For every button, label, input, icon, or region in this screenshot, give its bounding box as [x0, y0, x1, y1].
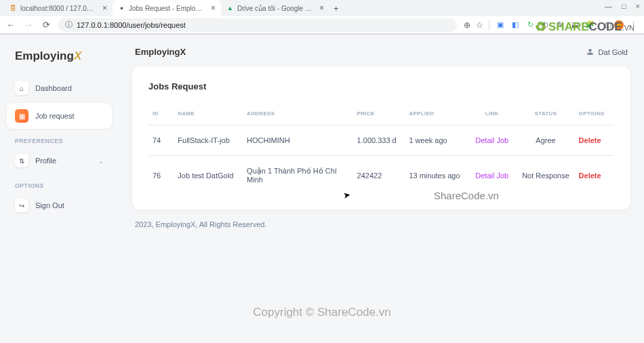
browser-tab-0[interactable]: 🗄 localhost:8000 / 127.0.0.1 / reci × [4, 0, 113, 16]
briefcase-icon: ▦ [15, 109, 28, 123]
cell-id: 76 [148, 156, 174, 195]
maximize-icon[interactable]: □ [622, 2, 626, 10]
table-row: 76 Job test DatGold Quận 1 Thành Phố Hồ … [148, 156, 614, 195]
ext-icon-2[interactable]: ◧ [510, 20, 521, 31]
tab-favicon-icon: 🗄 [9, 4, 17, 12]
table-header-row: ID NAME ADDRESS PRICE APPLIED LINK STATU… [148, 105, 614, 125]
recycle-icon: ♻ [535, 19, 546, 35]
watermark-top: ♻ SHARECODE.VN [535, 19, 635, 35]
jobs-card: Jobs Request ID NAME ADDRESS PRICE APPLI… [132, 66, 630, 209]
user-info[interactable]: Dat Gold [586, 47, 628, 56]
cell-address: HOCHIMINH [243, 125, 353, 156]
tab-label: Drive của tôi - Google Drive [237, 5, 312, 12]
tab-bar: 🗄 localhost:8000 / 127.0.0.1 / reci × ● … [0, 0, 644, 16]
sidebar-item-label: Profile [35, 157, 56, 165]
cell-name: Job test DatGold [174, 156, 243, 195]
footer-text: 2023, EmployingX, All Rights Reserved. [132, 209, 630, 239]
detail-link[interactable]: Detail Job [475, 172, 508, 180]
ext-icon-1[interactable]: ▣ [495, 20, 506, 31]
user-name: Dat Gold [599, 48, 628, 56]
close-icon[interactable]: × [211, 3, 216, 13]
sliders-icon: ⇅ [15, 154, 28, 167]
cell-applied: 13 minutes ago [405, 156, 467, 195]
url-text: 127.0.0.1:8000/user/jobs/request [77, 21, 186, 29]
home-icon: ⌂ [15, 81, 28, 95]
browser-tab-1[interactable]: ● Jobs Request - EmployingX × [113, 0, 221, 16]
col-id: ID [148, 105, 174, 125]
minimize-icon[interactable]: — [605, 2, 612, 10]
cell-name: FullStack-IT-job [174, 125, 243, 156]
cell-applied: 1 week ago [405, 125, 467, 156]
col-link: LINK [467, 105, 517, 125]
close-icon[interactable]: × [319, 3, 324, 13]
watermark-mid: ShareCode.vn [434, 190, 499, 201]
star-icon[interactable]: ☆ [476, 20, 483, 30]
user-icon [586, 47, 595, 56]
tab-favicon-icon: ▲ [226, 4, 234, 12]
tab-favicon-icon: ● [118, 4, 125, 12]
ext-icon-3[interactable]: ↻ [525, 20, 536, 31]
cursor-icon: ➤ [342, 189, 351, 201]
close-window-icon[interactable]: × [636, 2, 640, 10]
cell-price: 1.000.333 đ [353, 125, 405, 156]
sidebar: EmployingX ⌂ Dashboard ▦ Job request PRE… [0, 35, 119, 343]
sidebar-item-profile[interactable]: ⇅ Profile ⌄ [7, 148, 112, 174]
cell-id: 74 [148, 125, 174, 156]
page-title: EmployingX [135, 47, 186, 57]
col-applied: APPLIED [405, 105, 467, 125]
topbar: EmployingX Dat Gold [132, 44, 630, 66]
signout-icon: ↪ [15, 199, 28, 212]
col-options: OPTIONS [575, 105, 614, 125]
zoom-icon[interactable]: ⊕ [464, 20, 470, 30]
window-controls: — □ × [605, 2, 640, 10]
back-icon[interactable]: ← [5, 20, 16, 30]
delete-link[interactable]: Delete [579, 172, 601, 180]
card-title: Jobs Request [148, 81, 614, 92]
col-name: NAME [174, 105, 243, 125]
main: EmployingX Dat Gold Jobs Request ID NAME… [119, 35, 644, 343]
sidebar-item-signout[interactable]: ↪ Sign Out [7, 193, 112, 218]
url-field[interactable]: ⓘ 127.0.0.1:8000/user/jobs/request [58, 18, 457, 32]
app: EmployingX ⌂ Dashboard ▦ Job request PRE… [0, 35, 644, 343]
info-icon: ⓘ [65, 20, 73, 30]
cell-price: 242422 [353, 156, 405, 195]
detail-link[interactable]: Detail Job [475, 136, 508, 144]
status-text: Agree [536, 136, 555, 144]
col-status: STATUS [517, 105, 574, 125]
sidebar-item-dashboard[interactable]: ⌂ Dashboard [7, 75, 112, 101]
cell-address: Quận 1 Thành Phố Hồ Chí Minh [243, 156, 353, 195]
reload-icon[interactable]: ⟳ [41, 20, 52, 30]
close-icon[interactable]: × [102, 3, 107, 13]
col-price: PRICE [353, 105, 405, 125]
sidebar-item-label: Dashboard [35, 84, 72, 92]
logo: EmployingX [7, 47, 112, 75]
sidebar-item-label: Sign Out [35, 201, 64, 209]
section-preferences: PREFERENCES [7, 131, 112, 148]
chevron-down-icon: ⌄ [98, 157, 104, 165]
sidebar-item-label: Job request [35, 112, 74, 120]
col-address: ADDRESS [243, 105, 353, 125]
tab-label: Jobs Request - EmployingX [129, 5, 203, 12]
section-options: OPTIONS [7, 176, 112, 193]
new-tab-button[interactable]: + [329, 1, 343, 16]
delete-link[interactable]: Delete [579, 136, 601, 144]
browser-tab-2[interactable]: ▲ Drive của tôi - Google Drive × [221, 0, 329, 16]
status-text: Not Response [522, 172, 569, 180]
sidebar-item-job-request[interactable]: ▦ Job request [7, 103, 112, 129]
watermark-bottom: Copyright © ShareCode.vn [0, 306, 644, 319]
forward-icon[interactable]: → [23, 20, 34, 30]
tab-label: localhost:8000 / 127.0.0.1 / reci [20, 5, 95, 12]
jobs-table: ID NAME ADDRESS PRICE APPLIED LINK STATU… [148, 105, 614, 195]
table-row: 74 FullStack-IT-job HOCHIMINH 1.000.333 … [148, 125, 614, 156]
